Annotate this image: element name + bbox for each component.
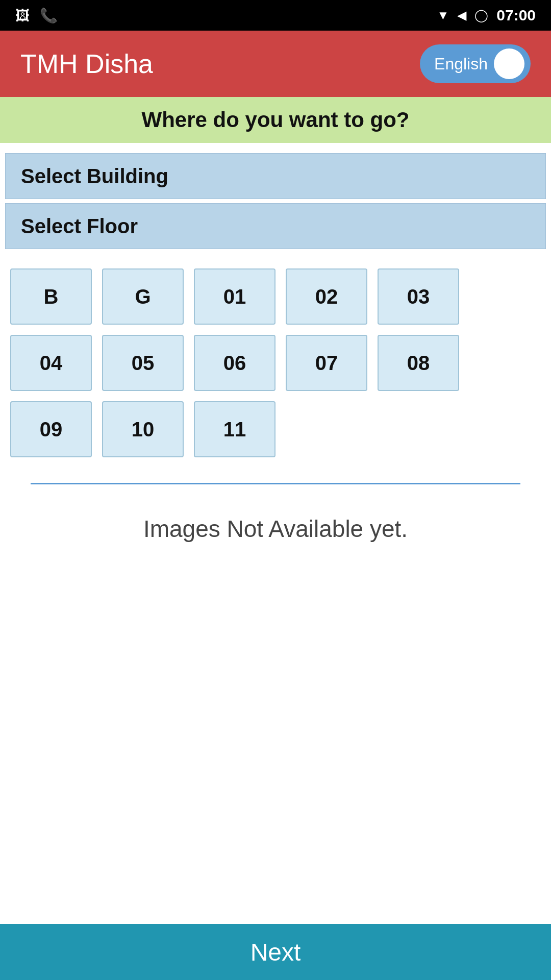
divider-section [0,473,551,495]
floor-btn-11[interactable]: 11 [194,401,276,457]
images-unavailable-text: Images Not Available yet. [143,515,408,543]
floor-btn-label-09: 09 [40,418,63,441]
floor-btn-label-03: 03 [407,285,430,308]
app-header: TMH Disha English [0,31,551,97]
floor-btn-label-08: 08 [407,352,430,375]
status-bar-right: ▼ ◀ ◯ 07:00 [437,7,536,24]
floor-btn-label-05: 05 [132,352,155,375]
floor-btn-label-10: 10 [132,418,155,441]
select-floor-dropdown[interactable]: Select Floor [5,203,546,249]
select-building-label: Select Building [21,165,168,188]
app-title: TMH Disha [20,48,153,79]
floor-btn-B[interactable]: B [10,268,92,325]
battery-icon: ◯ [474,8,488,22]
floor-btn-01[interactable]: 01 [194,268,276,325]
subtitle-bar: Where do you want to go? [0,97,551,143]
wifi-icon: ▼ [437,8,449,22]
floor-btn-label-06: 06 [223,352,246,375]
divider-line [31,483,520,484]
select-building-dropdown[interactable]: Select Building [5,153,546,199]
toggle-knob [494,48,524,79]
floor-btn-06[interactable]: 06 [194,335,276,391]
image-icon: 🖼 [15,7,30,24]
signal-icon: ◀ [457,8,466,22]
language-label: English [434,55,488,74]
floor-btn-08[interactable]: 08 [378,335,459,391]
floor-btn-G[interactable]: G [102,268,184,325]
floor-btn-label-B: B [44,285,59,308]
floor-btn-label-01: 01 [223,285,246,308]
floor-btn-label-04: 04 [40,352,63,375]
floor-btn-09[interactable]: 09 [10,401,92,457]
subtitle-text: Where do you want to go? [142,108,410,132]
next-label: Next [251,938,301,966]
floor-btn-04[interactable]: 04 [10,335,92,391]
next-button[interactable]: Next [0,924,551,980]
floor-btn-02[interactable]: 02 [286,268,367,325]
language-toggle[interactable]: English [420,44,531,83]
select-floor-label: Select Floor [21,215,138,238]
floor-btn-label-11: 11 [223,418,246,441]
floor-grid-inner: BG0102030405060708091011 [10,268,541,457]
status-bar-left: 🖼 📞 [15,7,58,24]
floor-grid: BG0102030405060708091011 [0,253,551,473]
status-time: 07:00 [496,7,536,24]
floor-btn-05[interactable]: 05 [102,335,184,391]
status-bar: 🖼 📞 ▼ ◀ ◯ 07:00 [0,0,551,31]
images-unavailable-section: Images Not Available yet. [0,495,551,563]
floor-btn-label-02: 02 [315,285,338,308]
floor-btn-label-07: 07 [315,352,338,375]
floor-btn-label-G: G [135,285,151,308]
floor-btn-03[interactable]: 03 [378,268,459,325]
floor-btn-07[interactable]: 07 [286,335,367,391]
floor-btn-10[interactable]: 10 [102,401,184,457]
dropdown-section: Select Building Select Floor [0,143,551,253]
phone-icon: 📞 [40,7,58,24]
